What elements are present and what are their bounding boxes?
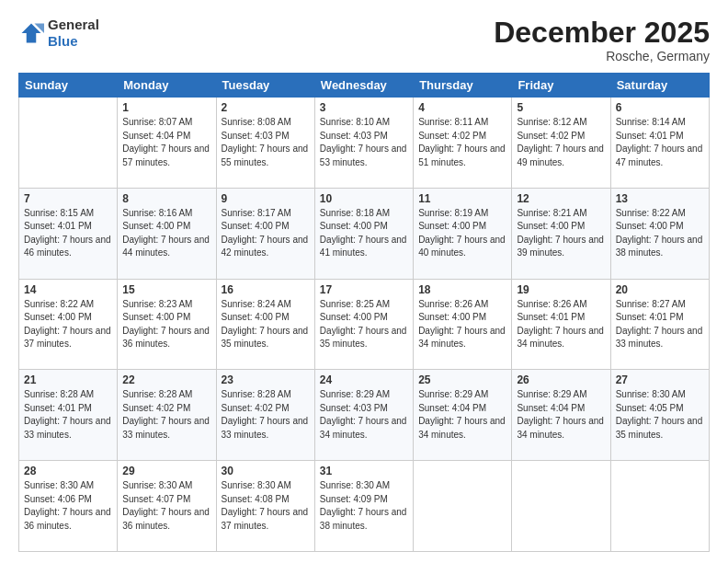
daylight-text: Daylight: 7 hours and 35 minutes. [320,326,407,350]
cell-info: Sunrise: 8:28 AM Sunset: 4:01 PM Dayligh… [24,388,112,442]
calendar-week-row: 21 Sunrise: 8:28 AM Sunset: 4:01 PM Dayl… [19,370,710,461]
calendar-cell: 2 Sunrise: 8:08 AM Sunset: 4:03 PM Dayli… [216,98,314,189]
day-number: 27 [616,373,704,386]
daylight-text: Daylight: 7 hours and 34 minutes. [418,326,506,350]
daylight-text: Daylight: 7 hours and 34 minutes. [517,416,604,440]
day-number: 31 [320,465,408,477]
calendar-cell: 20 Sunrise: 8:27 AM Sunset: 4:01 PM Dayl… [610,279,709,370]
calendar-cell [512,461,610,552]
daylight-text: Daylight: 7 hours and 42 minutes. [222,235,309,259]
cell-info: Sunrise: 8:27 AM Sunset: 4:01 PM Dayligh… [616,298,704,351]
sunset-text: Sunset: 4:01 PM [24,221,92,231]
daylight-text: Daylight: 7 hours and 47 minutes. [616,144,703,167]
cell-info: Sunrise: 8:30 AM Sunset: 4:08 PM Dayligh… [222,479,310,533]
day-number: 2 [222,101,310,114]
daylight-text: Daylight: 7 hours and 38 minutes. [320,507,407,531]
sunset-text: Sunset: 4:06 PM [24,494,92,504]
sunrise-text: Sunrise: 8:24 AM [222,299,291,309]
cell-info: Sunrise: 8:29 AM Sunset: 4:03 PM Dayligh… [320,388,408,442]
month-title: December 2025 [494,17,710,49]
sunset-text: Sunset: 4:00 PM [616,221,684,231]
daylight-text: Daylight: 7 hours and 37 minutes. [222,507,309,531]
sunset-text: Sunset: 4:03 PM [320,131,388,141]
sunset-text: Sunset: 4:07 PM [122,494,190,504]
sunset-text: Sunset: 4:01 PM [24,403,92,413]
sunrise-text: Sunrise: 8:26 AM [418,299,488,309]
day-number: 22 [122,373,210,386]
cell-info: Sunrise: 8:30 AM Sunset: 4:07 PM Dayligh… [122,479,210,533]
calendar-cell [610,461,709,552]
sunrise-text: Sunrise: 8:30 AM [122,480,192,490]
cell-info: Sunrise: 8:23 AM Sunset: 4:00 PM Dayligh… [122,298,210,351]
sunrise-text: Sunrise: 8:19 AM [418,208,488,218]
daylight-text: Daylight: 7 hours and 39 minutes. [517,235,604,259]
sunrise-text: Sunrise: 8:22 AM [24,299,94,309]
day-number: 21 [24,373,112,386]
cell-info: Sunrise: 8:16 AM Sunset: 4:00 PM Dayligh… [122,207,210,260]
sunrise-text: Sunrise: 8:30 AM [320,480,390,490]
calendar-cell: 4 Sunrise: 8:11 AM Sunset: 4:02 PM Dayli… [414,98,512,189]
sunset-text: Sunset: 4:02 PM [222,403,290,413]
daylight-text: Daylight: 7 hours and 40 minutes. [418,235,506,259]
day-number: 13 [616,192,704,205]
daylight-text: Daylight: 7 hours and 36 minutes. [24,507,111,531]
calendar-cell: 17 Sunrise: 8:25 AM Sunset: 4:00 PM Dayl… [314,279,413,370]
sunrise-text: Sunrise: 8:22 AM [616,208,686,218]
calendar-cell: 26 Sunrise: 8:29 AM Sunset: 4:04 PM Dayl… [512,370,610,461]
day-number: 3 [320,101,408,114]
calendar-cell: 23 Sunrise: 8:28 AM Sunset: 4:02 PM Dayl… [216,370,314,461]
cell-info: Sunrise: 8:11 AM Sunset: 4:02 PM Dayligh… [418,116,506,169]
sunrise-text: Sunrise: 8:30 AM [616,389,686,399]
daylight-text: Daylight: 7 hours and 36 minutes. [122,507,210,531]
sunrise-text: Sunrise: 8:15 AM [24,208,94,218]
day-number: 23 [222,373,310,386]
cell-info: Sunrise: 8:26 AM Sunset: 4:00 PM Dayligh… [418,298,506,351]
day-number: 5 [517,101,605,114]
day-number: 25 [418,373,506,386]
calendar-cell: 5 Sunrise: 8:12 AM Sunset: 4:02 PM Dayli… [512,98,610,189]
cell-info: Sunrise: 8:30 AM Sunset: 4:06 PM Dayligh… [24,479,112,533]
cell-info: Sunrise: 8:14 AM Sunset: 4:01 PM Dayligh… [616,116,704,169]
sunset-text: Sunset: 4:04 PM [517,403,585,413]
sunrise-text: Sunrise: 8:27 AM [616,299,686,309]
sunset-text: Sunset: 4:01 PM [616,312,684,322]
daylight-text: Daylight: 7 hours and 46 minutes. [24,235,111,259]
sunset-text: Sunset: 4:08 PM [222,494,290,504]
logo: General Blue [18,17,99,50]
cell-info: Sunrise: 8:24 AM Sunset: 4:00 PM Dayligh… [222,298,310,351]
calendar-cell: 28 Sunrise: 8:30 AM Sunset: 4:06 PM Dayl… [19,461,118,552]
sunset-text: Sunset: 4:04 PM [418,403,486,413]
day-number: 16 [222,283,310,296]
sunrise-text: Sunrise: 8:30 AM [222,480,291,490]
sunset-text: Sunset: 4:00 PM [320,312,388,322]
daylight-text: Daylight: 7 hours and 51 minutes. [418,144,506,167]
cell-info: Sunrise: 8:29 AM Sunset: 4:04 PM Dayligh… [418,388,506,442]
calendar-week-row: 14 Sunrise: 8:22 AM Sunset: 4:00 PM Dayl… [19,279,710,370]
sunset-text: Sunset: 4:02 PM [122,403,190,413]
day-number: 18 [418,283,506,296]
cell-info: Sunrise: 8:15 AM Sunset: 4:01 PM Dayligh… [24,207,112,260]
sunset-text: Sunset: 4:09 PM [320,494,388,504]
sunset-text: Sunset: 4:00 PM [320,221,388,231]
sunrise-text: Sunrise: 8:21 AM [517,208,586,218]
calendar-cell: 10 Sunrise: 8:18 AM Sunset: 4:00 PM Dayl… [314,188,413,279]
sunrise-text: Sunrise: 8:29 AM [320,389,390,399]
calendar-cell: 12 Sunrise: 8:21 AM Sunset: 4:00 PM Dayl… [512,188,610,279]
daylight-text: Daylight: 7 hours and 57 minutes. [122,144,210,167]
day-number: 6 [616,101,704,114]
sunrise-text: Sunrise: 8:26 AM [517,299,586,309]
sunset-text: Sunset: 4:02 PM [517,131,585,141]
sunrise-text: Sunrise: 8:14 AM [616,117,686,127]
day-number: 12 [517,192,605,205]
sunrise-text: Sunrise: 8:07 AM [122,117,192,127]
calendar-cell: 25 Sunrise: 8:29 AM Sunset: 4:04 PM Dayl… [414,370,512,461]
calendar-cell: 18 Sunrise: 8:26 AM Sunset: 4:00 PM Dayl… [414,279,512,370]
calendar-day-header: Friday [512,74,610,98]
calendar-day-header: Sunday [19,74,118,98]
calendar-cell: 6 Sunrise: 8:14 AM Sunset: 4:01 PM Dayli… [610,98,709,189]
cell-info: Sunrise: 8:10 AM Sunset: 4:03 PM Dayligh… [320,116,408,169]
calendar-cell [19,98,118,189]
calendar-week-row: 1 Sunrise: 8:07 AM Sunset: 4:04 PM Dayli… [19,98,710,189]
sunrise-text: Sunrise: 8:10 AM [320,117,390,127]
page: General Blue December 2025 Rosche, Germa… [0,0,728,563]
